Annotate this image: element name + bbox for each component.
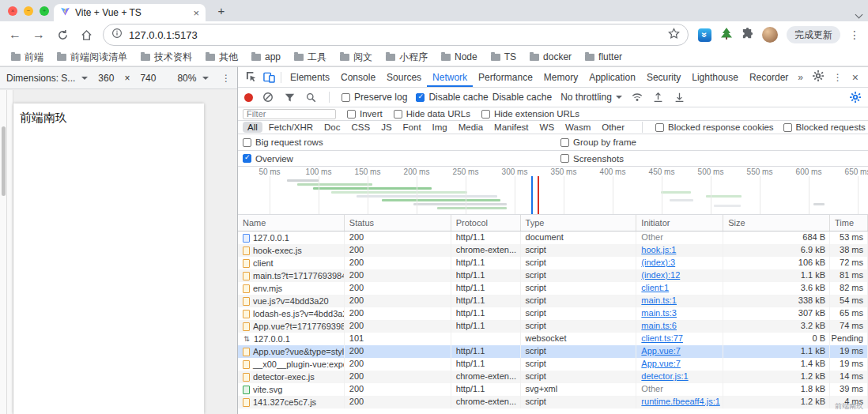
table-row[interactable]: lodash-es.js?v=4bdd3a20200http/1.1script… [238, 307, 868, 320]
forward-icon[interactable]: → [32, 28, 46, 42]
blocked-requests-label[interactable]: Blocked requests [796, 122, 866, 132]
hide-extension-urls-label[interactable]: Hide extension URLs [494, 109, 579, 119]
table-row[interactable]: detector-exec.js200chrome-exten...script… [238, 371, 868, 383]
extension-icon-2[interactable] [720, 27, 733, 43]
filter-type-other[interactable]: Other [597, 122, 629, 133]
filter-input[interactable] [243, 109, 336, 119]
site-info-icon[interactable] [111, 28, 123, 42]
tab-security[interactable]: Security [641, 67, 686, 87]
browser-menu-icon[interactable]: ⋮ [849, 28, 860, 41]
device-viewport[interactable]: 前端南玖 [13, 104, 204, 414]
big-request-rows-label[interactable]: Big request rows [255, 137, 323, 147]
initiator-link[interactable]: hook.js:1 [641, 245, 676, 254]
column-header-size[interactable]: Size [723, 215, 830, 231]
bookmark-5[interactable]: 工具 [294, 51, 326, 64]
invert-label[interactable]: Invert [360, 109, 383, 119]
fullscreen-window-button[interactable]: + [40, 6, 49, 16]
tab-recorder[interactable]: Recorder [744, 67, 794, 87]
bookmark-8[interactable]: Node [441, 51, 477, 62]
network-conditions-icon[interactable] [631, 91, 643, 104]
tab-elements[interactable]: Elements [285, 67, 335, 87]
scrollbar-thumb[interactable] [2, 126, 6, 196]
tab-network[interactable]: Network [427, 67, 473, 87]
bookmark-10[interactable]: docker [530, 51, 572, 62]
disable-cache-text[interactable]: Disable cache [492, 92, 552, 103]
column-header-status[interactable]: Status [345, 215, 451, 231]
home-icon[interactable] [79, 28, 93, 42]
screenshots-label[interactable]: Screenshots [573, 154, 624, 164]
network-overview-timeline[interactable]: 50 ms100 ms150 ms200 ms250 ms300 ms350 m… [238, 167, 868, 215]
hide-extension-urls-checkbox[interactable] [481, 110, 490, 119]
initiator-link[interactable]: runtime.fbeeaff4.js:1 [641, 397, 719, 406]
bookmark-11[interactable]: flutter [585, 51, 622, 62]
filter-type-manifest[interactable]: Manifest [489, 122, 533, 133]
tab-performance[interactable]: Performance [473, 67, 538, 87]
filter-type-font[interactable]: Font [398, 122, 426, 133]
blocked-response-cookies-label[interactable]: Blocked response cookies [668, 122, 774, 132]
dimensions-dropdown[interactable]: Dimensions: S... [6, 73, 75, 84]
clear-network-log-icon[interactable] [262, 91, 274, 104]
column-header-time[interactable]: Time [830, 215, 868, 231]
filter-type-img[interactable]: Img [428, 122, 452, 133]
profile-avatar[interactable] [762, 27, 778, 43]
device-height-input[interactable] [136, 73, 160, 84]
filter-type-ws[interactable]: WS [535, 122, 560, 133]
table-row[interactable]: 141.327ce5c7.js200chrome-exten...scriptr… [238, 396, 868, 408]
left-scrollbar[interactable] [0, 90, 7, 414]
group-by-frame-label[interactable]: Group by frame [573, 137, 636, 147]
devtools-menu-icon[interactable]: ⋮ [833, 72, 843, 83]
tab-sources[interactable]: Sources [381, 67, 427, 87]
extensions-puzzle-icon[interactable] [742, 28, 753, 43]
url-text[interactable]: 127.0.0.1:5173 [129, 29, 662, 41]
hide-data-urls-label[interactable]: Hide data URLs [406, 109, 470, 119]
filter-type-wasm[interactable]: Wasm [560, 122, 595, 133]
initiator-link[interactable]: (index):12 [641, 270, 680, 280]
throttling-dropdown[interactable]: No throttling [560, 92, 622, 103]
filter-type-all[interactable]: All [243, 122, 262, 133]
group-by-frame-checkbox[interactable] [560, 138, 569, 147]
filter-type-js[interactable]: JS [376, 122, 396, 133]
tab-search-chevron-icon[interactable] [856, 6, 862, 21]
tab-memory[interactable]: Memory [538, 67, 583, 87]
bookmark-3[interactable]: 其他 [206, 51, 238, 64]
initiator-link[interactable]: App.vue:7 [641, 346, 681, 356]
inspect-icon[interactable] [243, 70, 260, 85]
initiator-link[interactable]: client:1 [641, 283, 669, 292]
tab-application[interactable]: Application [583, 67, 641, 87]
back-icon[interactable]: ← [8, 28, 22, 42]
table-row[interactable]: 127.0.0.1200http/1.1documentOther684 B53… [238, 231, 868, 244]
bookmark-4[interactable]: app [251, 51, 281, 62]
filter-type-css[interactable]: CSS [346, 122, 375, 133]
bookmark-0[interactable]: 前端 [11, 51, 43, 64]
column-header-protocol[interactable]: Protocol [451, 215, 521, 231]
extension-icon-1[interactable]: » [698, 28, 711, 42]
table-row[interactable]: vue.js?v=4bdd3a20200http/1.1scriptmain.t… [238, 295, 868, 307]
record-network-log-icon[interactable] [244, 93, 253, 102]
browser-tab[interactable]: Vite + Vue + TS × [54, 4, 206, 21]
import-har-icon[interactable] [652, 91, 665, 104]
screenshots-checkbox[interactable] [560, 154, 569, 163]
preserve-log-label[interactable]: Preserve log [354, 92, 407, 103]
zoom-dropdown[interactable]: 80% [177, 73, 196, 84]
device-width-input[interactable] [94, 73, 118, 84]
blocked-requests-checkbox[interactable] [783, 123, 792, 132]
disable-cache-checkbox[interactable] [416, 93, 425, 102]
close-window-button[interactable]: × [8, 6, 17, 16]
export-har-icon[interactable] [674, 91, 686, 104]
filter-type-media[interactable]: Media [454, 122, 488, 133]
settings-gear-icon[interactable] [813, 70, 824, 84]
column-header-type[interactable]: Type [521, 215, 637, 231]
tab-console[interactable]: Console [335, 67, 381, 87]
device-options-icon[interactable]: ⋮ [221, 73, 231, 84]
bookmark-2[interactable]: 技术资料 [141, 51, 192, 64]
table-row[interactable]: __x00__plugin-vue:expo...200http/1.1scri… [238, 358, 868, 371]
column-header-initiator[interactable]: Initiator [636, 215, 723, 231]
initiator-link[interactable]: main.ts:1 [641, 295, 677, 305]
initiator-link[interactable]: (index):3 [641, 258, 675, 267]
bookmark-6[interactable]: 阅文 [340, 51, 372, 64]
network-settings-gear-icon[interactable] [849, 91, 862, 104]
bookmark-star-icon[interactable] [668, 28, 680, 43]
update-chrome-button[interactable]: 完成更新 [787, 26, 840, 43]
column-header-name[interactable]: Name [238, 215, 345, 231]
new-tab-button[interactable]: + [215, 5, 228, 17]
